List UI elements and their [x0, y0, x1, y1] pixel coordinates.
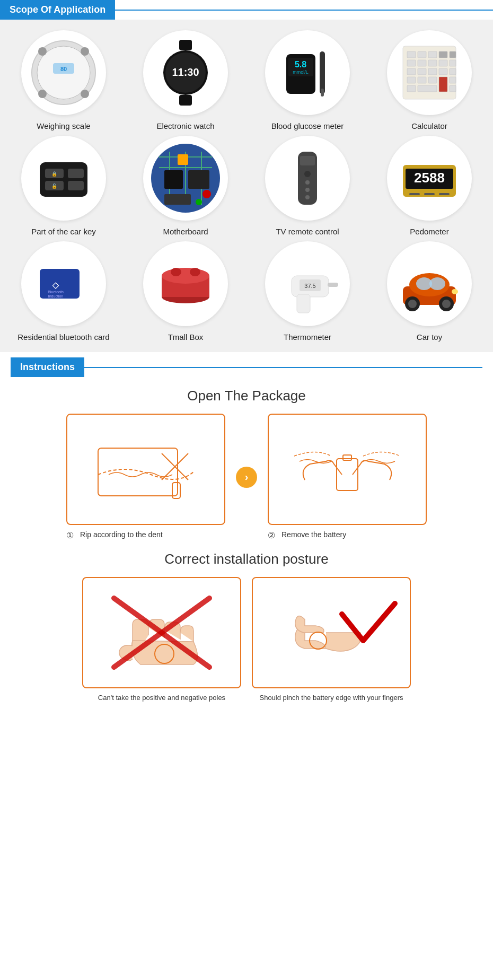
svg-point-92 — [190, 268, 200, 276]
item-motherboard: Motherboard — [127, 136, 244, 236]
motherboard-label: Motherboard — [163, 227, 208, 236]
svg-rect-24 — [418, 51, 426, 58]
wrong-posture-item: Can't take the positive and negative pol… — [82, 577, 241, 702]
item-bluetooth: ⬦ Bluetooth Induction Residential blueto… — [5, 241, 122, 342]
svg-point-103 — [429, 277, 445, 290]
svg-rect-62 — [164, 170, 183, 189]
svg-rect-32 — [450, 60, 456, 66]
posture-row: Can't take the positive and negative pol… — [11, 577, 482, 702]
svg-rect-80 — [424, 193, 435, 195]
svg-rect-25 — [428, 51, 437, 58]
svg-rect-45 — [450, 85, 456, 92]
svg-point-91 — [171, 268, 181, 276]
svg-rect-36 — [439, 68, 447, 75]
scope-content: 80 Weighing scale — [0, 20, 493, 352]
svg-point-107 — [442, 300, 451, 308]
svg-text:80: 80 — [60, 66, 67, 72]
cartoy-image — [387, 241, 472, 326]
item-carkey: 🔒 🔓 Part of the car key — [5, 136, 122, 236]
instructions-section: Instructions Open The Package — [0, 352, 493, 712]
svg-point-108 — [452, 289, 458, 294]
step2-box — [268, 414, 427, 525]
svg-point-4 — [38, 90, 47, 98]
calculator-image — [387, 30, 472, 115]
svg-text:🔓: 🔓 — [51, 183, 58, 189]
svg-rect-23 — [407, 51, 416, 58]
bluetooth-label: Residential bluetooth card — [17, 332, 109, 342]
step1-caption-row: ① Rip according to the dent — [66, 530, 225, 540]
svg-text:mmol/L: mmol/L — [293, 69, 309, 75]
svg-text:Induction: Induction — [48, 294, 64, 298]
calculator-label: Calculator — [411, 121, 447, 130]
carkey-image: 🔒 🔓 — [21, 136, 106, 221]
posture-title: Correct installation posture — [11, 551, 482, 567]
pedometer-image: 2588 — [387, 136, 472, 221]
cartoy-label: Car toy — [417, 332, 442, 342]
svg-text:37.5: 37.5 — [304, 283, 315, 289]
correct-posture-caption: Should pinch the battery edge with your … — [252, 694, 411, 702]
scope-line — [115, 10, 493, 11]
svg-point-72 — [305, 180, 310, 185]
svg-rect-19 — [320, 51, 325, 94]
tmall-image — [143, 241, 228, 326]
svg-point-71 — [304, 171, 311, 177]
item-glucose: 5.8 mmol/L Blood glucose meter — [249, 30, 366, 130]
svg-rect-70 — [300, 156, 315, 165]
svg-rect-64 — [164, 194, 191, 205]
svg-rect-40 — [428, 77, 437, 83]
svg-rect-31 — [439, 60, 447, 66]
svg-point-73 — [305, 188, 310, 192]
item-pedometer: 2588 Pedometer — [371, 136, 488, 236]
svg-rect-79 — [409, 193, 420, 195]
wrong-posture-caption: Can't take the positive and negative pol… — [82, 694, 241, 702]
svg-text:5.8: 5.8 — [295, 60, 306, 69]
svg-rect-114 — [343, 455, 351, 460]
item-electronic-watch: 11:30 Electronic watch — [127, 30, 244, 130]
svg-rect-63 — [188, 170, 209, 189]
instructions-line — [84, 367, 482, 368]
svg-rect-41 — [439, 77, 447, 92]
svg-point-74 — [305, 195, 310, 199]
step1-caption: Rip according to the dent — [80, 530, 163, 539]
remote-image — [265, 136, 350, 221]
svg-rect-43 — [407, 85, 416, 92]
thermometer-image: 37.5 — [265, 241, 350, 326]
svg-rect-51 — [68, 181, 84, 190]
svg-text:11:30: 11:30 — [172, 66, 199, 78]
step-arrow: › — [236, 467, 257, 488]
svg-rect-26 — [439, 51, 447, 58]
step2-caption: Remove the battery — [281, 530, 346, 539]
svg-point-105 — [408, 300, 417, 308]
step1-box — [66, 414, 225, 525]
svg-rect-20 — [321, 89, 324, 97]
svg-rect-113 — [337, 459, 358, 491]
item-remote: TV remote control — [249, 136, 366, 236]
glucose-label: Blood glucose meter — [271, 121, 344, 130]
svg-rect-98 — [328, 283, 338, 287]
svg-rect-109 — [98, 448, 178, 496]
item-weighing-scale: 80 Weighing scale — [5, 30, 122, 130]
weighing-scale-image: 80 — [21, 30, 106, 115]
open-package-row: ① Rip according to the dent › — [11, 414, 482, 540]
svg-rect-27 — [450, 51, 456, 58]
pedometer-label: Pedometer — [410, 227, 448, 236]
scope-section: Scope Of Application 80 — [0, 0, 493, 352]
svg-rect-29 — [418, 60, 426, 66]
svg-point-6 — [38, 47, 47, 56]
svg-rect-39 — [418, 77, 426, 83]
step2-caption-row: ② Remove the battery — [268, 530, 427, 540]
item-calculator: Calculator — [371, 30, 488, 130]
svg-rect-50 — [68, 169, 84, 178]
correct-posture-illustration — [257, 582, 406, 683]
svg-rect-28 — [407, 60, 416, 66]
tmall-label: Tmall Box — [168, 332, 204, 342]
bluetooth-image: ⬦ Bluetooth Induction — [21, 241, 106, 326]
thermometer-label: Thermometer — [284, 332, 331, 342]
svg-rect-37 — [450, 68, 456, 75]
svg-text:Bluetooth: Bluetooth — [48, 290, 64, 294]
svg-rect-38 — [407, 77, 416, 83]
scope-header: Scope Of Application — [0, 0, 493, 20]
scope-label: Scope Of Application — [0, 0, 115, 20]
instructions-label: Instructions — [11, 357, 84, 377]
open-package-title: Open The Package — [11, 388, 482, 404]
